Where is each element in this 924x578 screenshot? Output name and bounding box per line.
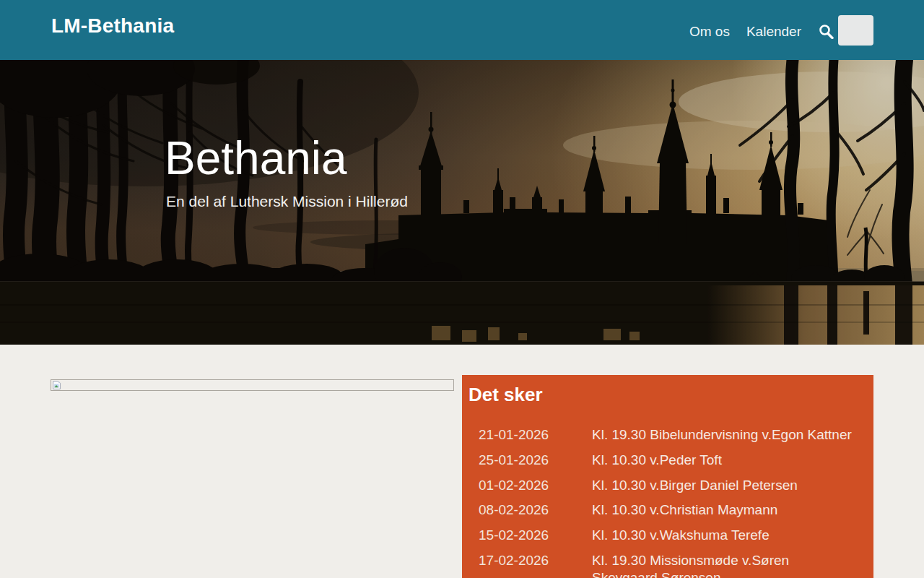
event-row: 08-02-2026 Kl. 10.30 v.Christian Maymann [479, 498, 858, 523]
event-description: Kl. 10.30 v.Birger Daniel Petersen [592, 473, 858, 499]
site-title-link[interactable]: LM-Bethania [51, 16, 174, 36]
event-row: 17-02-2026 Kl. 19.30 Missionsmøde v.Søre… [479, 548, 858, 578]
event-description: Kl. 10.30 v.Christian Maymann [592, 498, 858, 523]
event-row: 15-02-2026 Kl. 10.30 v.Wakshuma Terefe [479, 523, 858, 548]
main-nav: Om os Kalender [689, 0, 873, 60]
event-description: Kl. 19.30 Missionsmøde v.Søren Skovgaard… [592, 548, 858, 578]
event-link[interactable]: Kl. 10.30 v.Birger Daniel Petersen [592, 478, 798, 493]
hero-subtitle: En del af Luthersk Mission i Hillerød [166, 191, 408, 211]
nav-link-om-os[interactable]: Om os [689, 22, 730, 38]
events-table: 21-01-2026 Kl. 19.30 Bibelundervisning v… [479, 423, 858, 578]
events-panel-title: Det sker [468, 384, 873, 406]
page: LM-Bethania Om os Kalender [0, 0, 924, 578]
hero-text-block: Bethania En del af Luthersk Mission i Hi… [165, 132, 408, 211]
event-link[interactable]: Kl. 10.30 v.Peder Toft [592, 452, 722, 467]
menu-toggle-button[interactable] [838, 15, 873, 46]
event-row: 25-01-2026 Kl. 10.30 v.Peder Toft [479, 448, 858, 473]
hero-banner: Bethania En del af Luthersk Mission i Hi… [0, 60, 924, 345]
event-row: 01-02-2026 Kl. 10.30 v.Birger Daniel Pet… [479, 473, 858, 499]
site-header: LM-Bethania Om os Kalender [0, 0, 924, 60]
event-date: 01-02-2026 [479, 473, 592, 499]
nav-link-kalender[interactable]: Kalender [746, 22, 801, 38]
event-description: Kl. 19.30 Bibelundervisning v.Egon Kattn… [592, 423, 858, 448]
event-link[interactable]: Kl. 19.30 Missionsmøde v.Søren Skovgaard… [592, 553, 789, 578]
event-date: 17-02-2026 [479, 548, 592, 578]
event-description: Kl. 10.30 v.Wakshuma Terefe [592, 523, 858, 548]
hero-dark-overlay [0, 60, 924, 345]
event-date: 21-01-2026 [479, 423, 592, 448]
main-content: Det sker 21-01-2026 Kl. 19.30 Bibelunder… [0, 345, 924, 578]
event-date: 15-02-2026 [479, 523, 592, 548]
content-image-broken [51, 379, 454, 391]
hero-title: Bethania [165, 132, 408, 186]
event-link[interactable]: Kl. 10.30 v.Christian Maymann [592, 502, 777, 517]
event-date: 08-02-2026 [479, 498, 592, 523]
event-date: 25-01-2026 [479, 448, 592, 473]
broken-image-icon [51, 381, 61, 390]
event-link[interactable]: Kl. 10.30 v.Wakshuma Terefe [592, 527, 770, 543]
event-link[interactable]: Kl. 19.30 Bibelundervisning v.Egon Kattn… [592, 427, 852, 442]
event-description: Kl. 10.30 v.Peder Toft [592, 448, 858, 473]
search-icon [819, 24, 834, 39]
events-panel: Det sker 21-01-2026 Kl. 19.30 Bibelunder… [462, 375, 873, 578]
event-row: 21-01-2026 Kl. 19.30 Bibelundervisning v… [479, 423, 858, 448]
search-button[interactable] [818, 22, 834, 38]
